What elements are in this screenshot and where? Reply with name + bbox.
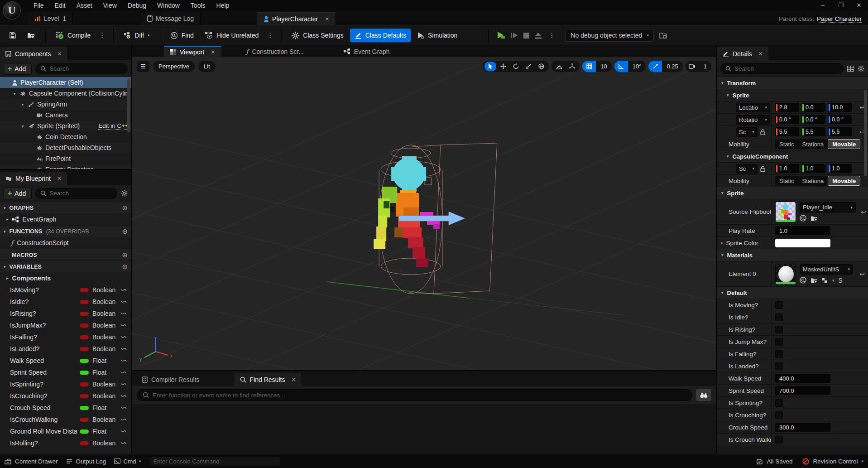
property-matrix-icon[interactable] xyxy=(847,66,854,72)
actor-snap-button[interactable] xyxy=(566,62,578,71)
world-local-toggle-button[interactable] xyxy=(535,62,547,71)
rotation-snap-control[interactable]: 10° xyxy=(614,61,646,72)
console-command-field[interactable] xyxy=(149,456,280,466)
reset-material-icon[interactable]: ↩ xyxy=(856,270,868,278)
instance-editable-icon[interactable] xyxy=(120,335,127,339)
variable-row-iscrouchwalking[interactable]: IsCrouchWalkingBoolean xyxy=(0,414,131,425)
expander-icon[interactable]: ▾ xyxy=(12,91,17,96)
variable-row-isfalling[interactable]: IsFalling?Boolean xyxy=(0,331,131,343)
scale-y-field[interactable]: 5.5 xyxy=(801,127,825,136)
class-defaults-button[interactable]: Class Defaults xyxy=(350,29,411,42)
use-selected-asset-icon[interactable] xyxy=(800,277,806,284)
mobility-option-stationa[interactable]: Stationa xyxy=(798,176,828,186)
sprite-section-header[interactable]: ▾Sprite xyxy=(717,187,868,199)
variable-row-walk-speed[interactable]: Walk SpeedFloat xyxy=(0,355,131,367)
content-drawer-button[interactable]: Content Drawer xyxy=(5,458,58,465)
checkbox[interactable] xyxy=(775,326,783,333)
component-row-playercharacter-self[interactable]: PlayerCharacter (Self) xyxy=(0,77,131,88)
surface-snap-button[interactable] xyxy=(553,62,565,71)
add-graph-icon[interactable]: ⊕ xyxy=(122,204,128,212)
instance-editable-icon[interactable] xyxy=(120,300,127,304)
tab-message-log[interactable]: Message Log xyxy=(141,12,201,25)
perspective-button[interactable]: Perspective xyxy=(153,61,195,72)
details-scrollbar[interactable] xyxy=(864,90,867,176)
default-section-header[interactable]: ▾Default xyxy=(717,286,868,299)
checkbox[interactable] xyxy=(775,301,783,309)
component-row-firepoint[interactable]: FirePoint xyxy=(0,153,131,164)
instance-editable-icon[interactable] xyxy=(120,394,127,398)
lit-button[interactable]: Lit xyxy=(198,61,216,72)
component-row-sprite-sprite0[interactable]: ▾Sprite (Sprite0)Edit in C++ xyxy=(0,121,131,131)
menu-help[interactable]: Help xyxy=(211,0,235,10)
add-variable-icon[interactable]: ⊕ xyxy=(122,263,128,271)
variable-row-isrising[interactable]: IsRising?Boolean xyxy=(0,308,131,319)
component-row-detectpushableobjects[interactable]: DetectPushableObjects xyxy=(0,142,131,153)
capsule-scale-z-field[interactable]: 1.0 xyxy=(828,164,852,173)
frame-skip-icon[interactable] xyxy=(510,32,518,39)
parent-class-link[interactable]: Paper Character xyxy=(817,15,862,23)
variable-row-ground-roll-move-dista[interactable]: Ground Roll Move DistaFloat xyxy=(0,425,131,437)
tab-viewport[interactable]: Viewport ✕ xyxy=(164,46,221,57)
find-in-blueprints-button[interactable] xyxy=(696,389,711,401)
add-function-icon[interactable]: ⊕ xyxy=(122,227,128,236)
components-scrollbar[interactable] xyxy=(127,79,130,132)
materials-section-header[interactable]: ▾Materials xyxy=(717,249,868,261)
instance-editable-icon[interactable] xyxy=(120,371,127,374)
viewport-canvas[interactable]: ☰ Perspective Lit xyxy=(132,57,716,370)
menu-view[interactable]: View xyxy=(98,0,122,10)
rotation-x-field[interactable]: 0.0 ° xyxy=(775,115,799,124)
checkbox[interactable] xyxy=(775,362,783,370)
console-command-input[interactable] xyxy=(153,458,276,465)
scale-x-field[interactable]: 5.5 xyxy=(775,127,799,136)
value-field[interactable]: 400.0 xyxy=(775,374,830,383)
component-row-energy-detection[interactable]: Energy Detection xyxy=(0,164,131,169)
components-search-input[interactable] xyxy=(49,65,123,72)
tab-construction-script[interactable]: ƒ Construction Scr... xyxy=(240,46,310,57)
sprite-color-swatch[interactable] xyxy=(775,239,830,247)
component-row-springarm[interactable]: ▾SpringArm xyxy=(0,99,131,110)
component-row-capsule-component-collisioncylinde[interactable]: ▾Capsule Component (CollisionCylinde xyxy=(0,88,131,99)
variable-row-iscrouching[interactable]: IsCrouching?Boolean xyxy=(0,390,131,402)
find-button[interactable]: Find xyxy=(166,29,198,43)
scale-z-field[interactable]: 5.5 xyxy=(828,127,852,136)
scale-dropdown[interactable]: Sc▾ xyxy=(736,127,758,137)
instance-editable-icon[interactable] xyxy=(120,323,127,327)
lock-icon[interactable] xyxy=(760,129,765,135)
minimize-button[interactable]: – xyxy=(814,0,832,11)
value-field[interactable]: 300.0 xyxy=(775,423,830,432)
close-tab-icon[interactable]: ✕ xyxy=(325,16,329,22)
close-panel-icon[interactable]: ✕ xyxy=(758,51,763,57)
play-options-icon[interactable]: ⋮ xyxy=(547,31,557,39)
my-blueprint-panel-tab[interactable]: My Blueprint ✕ xyxy=(0,172,67,185)
close-tab-icon[interactable]: ✕ xyxy=(291,376,296,383)
component-row-coin-detection[interactable]: Coin Detection xyxy=(0,131,131,142)
instance-editable-icon[interactable] xyxy=(120,418,127,421)
instance-editable-icon[interactable] xyxy=(120,406,127,410)
tab-event-graph[interactable]: Event Graph xyxy=(337,46,396,57)
class-settings-button[interactable]: Class Settings xyxy=(287,29,348,43)
chevron-down-icon[interactable]: ▾ xyxy=(832,278,834,283)
find-references-field[interactable] xyxy=(137,389,692,401)
checkbox[interactable] xyxy=(775,338,783,346)
rotation-y-field[interactable]: 0.0 ° xyxy=(801,115,825,124)
macros-section-header[interactable]: MACROS ⊕ xyxy=(0,249,131,261)
checkbox[interactable] xyxy=(775,399,783,407)
menu-window[interactable]: Window xyxy=(152,0,185,10)
component-row-camera[interactable]: Camera xyxy=(0,110,131,121)
blueprint-settings-gear-icon[interactable] xyxy=(121,190,128,197)
browse-button[interactable] xyxy=(23,29,40,42)
move-tool-button[interactable] xyxy=(497,62,509,71)
construction-script-item[interactable]: ƒ ConstructionScript xyxy=(0,237,131,249)
variable-row-islanded[interactable]: IsLanded?Boolean xyxy=(0,343,131,355)
reset-flipbook-icon[interactable]: ↩ xyxy=(858,208,868,216)
camera-speed-control[interactable]: 1 xyxy=(686,61,711,72)
location-dropdown[interactable]: Locatio▾ xyxy=(736,103,770,112)
cmd-dropdown[interactable]: Cmd▾ xyxy=(114,458,141,465)
variables-components-category[interactable]: ▸ Components xyxy=(0,272,131,284)
display-settings-gear-icon[interactable] xyxy=(858,65,864,72)
my-blueprint-search-input[interactable] xyxy=(49,190,112,197)
menu-edit[interactable]: Edit xyxy=(49,0,71,10)
add-macro-icon[interactable]: ⊕ xyxy=(122,251,128,259)
save-button[interactable] xyxy=(5,29,21,42)
instance-editable-icon[interactable] xyxy=(120,312,127,315)
